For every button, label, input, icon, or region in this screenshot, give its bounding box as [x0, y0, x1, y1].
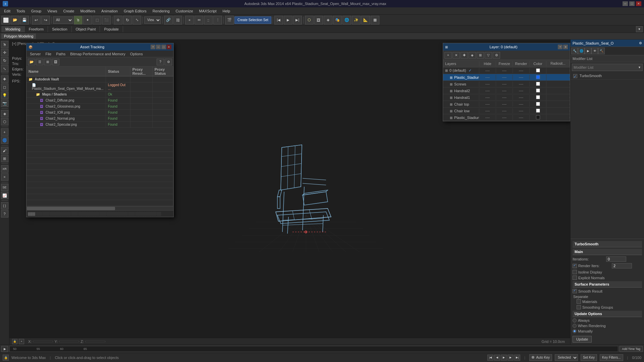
layers-row-handrail2[interactable]: ⊞ Handrail2 ---- ---- ----: [443, 87, 570, 94]
left-scale-btn[interactable]: ⤡: [1, 65, 8, 72]
pb-prev-frame[interactable]: ◀: [494, 355, 500, 361]
menu-animation[interactable]: Animation: [99, 8, 120, 14]
pb-next-frame[interactable]: ▶: [507, 355, 514, 361]
select-region-button[interactable]: ⬚: [93, 16, 101, 24]
render-scene-button[interactable]: 🎭: [333, 16, 342, 24]
pb-prev-key[interactable]: |◀: [487, 355, 493, 361]
panel-tab-display[interactable]: 👁: [591, 48, 598, 54]
layers-delete-btn[interactable]: ✕: [452, 52, 460, 59]
update-button[interactable]: Update: [573, 336, 592, 343]
layers-row-default[interactable]: ⊞ 0 (default) ✓ ---- ---- ----: [443, 67, 570, 74]
layers-row-screws[interactable]: ⊞ Screws ---- ---- ----: [443, 81, 570, 87]
asset-import-btn[interactable]: 📂: [28, 59, 35, 65]
asset-settings-btn[interactable]: ⚙: [165, 59, 172, 65]
table-row[interactable]: 📄 Plastic_Stadium_Seat_Open_Wall_Mount_m…: [26, 82, 173, 92]
asset-help-icon[interactable]: ?: [157, 59, 164, 65]
pb-play[interactable]: ▶: [501, 355, 507, 361]
menu-customize[interactable]: Customize: [173, 8, 196, 14]
coord-dropdown[interactable]: View: [144, 16, 161, 24]
asset-grid-btn[interactable]: ⊞: [44, 59, 51, 65]
left-move-btn[interactable]: ✛: [1, 49, 8, 56]
array-button[interactable]: ::: [204, 16, 213, 24]
asset-horizontal-scrollbar[interactable]: [26, 206, 173, 210]
panel-tab-motion[interactable]: ▶: [585, 48, 591, 54]
menu-help[interactable]: Help: [220, 8, 233, 14]
layers-row-chair-top[interactable]: ⊞ Chair top ---- ---- ----: [443, 101, 570, 108]
tab-options-button[interactable]: ▼: [636, 26, 643, 32]
smoothing-groups-checkbox[interactable]: [577, 305, 581, 309]
asset-thumb-btn[interactable]: 🖼: [52, 59, 59, 65]
align-button[interactable]: ⋮: [213, 16, 222, 24]
modifier-turboosmooth[interactable]: ✓ TurboSmooth: [571, 72, 644, 80]
play-button[interactable]: ▶: [284, 16, 292, 24]
tab-selection[interactable]: Selection: [48, 26, 71, 32]
tab-populate[interactable]: Populate: [100, 26, 123, 32]
environment-button[interactable]: 🌐: [342, 16, 351, 24]
table-row[interactable]: 🖼 Chair2_Glossiness.png Found: [26, 104, 173, 110]
left-xref-btn[interactable]: XR: [1, 165, 8, 173]
asset-menu-file[interactable]: File: [43, 52, 53, 56]
when-rendering-radio[interactable]: [573, 324, 577, 328]
batch-render-button[interactable]: ▦: [371, 16, 379, 24]
timeline-expand-btn[interactable]: ▶: [1, 346, 8, 352]
materials-checkbox[interactable]: [577, 299, 581, 304]
menu-graph-editors[interactable]: Graph Editors: [121, 8, 149, 14]
isoline-checkbox[interactable]: [573, 270, 577, 274]
render-iters-input[interactable]: [612, 263, 632, 268]
layers-new-btn[interactable]: +: [444, 52, 452, 59]
table-row[interactable]: 🖼 Chair2_Specular.png Found: [26, 122, 173, 128]
left-snap-btn[interactable]: ⊞: [1, 155, 8, 162]
left-scene-explorer-btn[interactable]: SE: [1, 184, 8, 191]
asset-menu-paths[interactable]: Paths: [54, 52, 67, 56]
create-selection-set-button[interactable]: Create Selection Set: [234, 16, 271, 24]
table-row[interactable]: 📁 Autodesk Vault: [26, 76, 173, 82]
filter-dropdown[interactable]: All: [53, 16, 73, 24]
set-key-btn[interactable]: Set Key: [581, 354, 597, 361]
render-window-button[interactable]: 🖼: [314, 16, 323, 24]
minimize-button[interactable]: ─: [623, 1, 628, 6]
viewport[interactable]: [+] [Perspective] [Shaded] Total Polys: …: [9, 40, 570, 338]
unlink-button[interactable]: ⛓: [173, 16, 182, 24]
asset-menu-server[interactable]: Server: [28, 52, 43, 56]
timeline-area[interactable]: 50 55 60 65: [9, 346, 618, 352]
layer-button[interactable]: ≡: [185, 16, 194, 24]
left-paint-btn[interactable]: 🖌: [1, 147, 8, 154]
layers-expand-btn[interactable]: ▽: [485, 52, 492, 59]
asset-close-button[interactable]: ✕: [167, 45, 171, 49]
lock-btn[interactable]: 🔒: [3, 355, 9, 361]
table-row[interactable]: 🖼 Chair2_Normal.png Found: [26, 116, 173, 122]
col-proxy-status[interactable]: Proxy Status: [152, 67, 173, 76]
left-shapes-btn[interactable]: ◻: [1, 83, 8, 91]
menu-rendering[interactable]: Rendering: [150, 8, 172, 14]
tab-object-paint[interactable]: Object Paint: [72, 26, 100, 32]
col-status[interactable]: Status: [106, 67, 130, 76]
menu-modifiers[interactable]: Modifiers: [77, 8, 98, 14]
asset-menu-options[interactable]: Options: [128, 52, 145, 56]
selected-dropdown[interactable]: Selected: [555, 354, 578, 361]
left-create-btn[interactable]: ✚: [1, 75, 8, 83]
layers-row-chair-low[interactable]: ⊞ Chair low ---- ---- ----: [443, 108, 570, 114]
left-modifier-btn[interactable]: ⬡: [1, 118, 8, 125]
link-button[interactable]: 🔗: [164, 16, 173, 24]
redo-button[interactable]: ↪: [41, 16, 50, 24]
modifier-checkbox[interactable]: ✓: [573, 74, 577, 78]
left-help-btn[interactable]: ?: [1, 210, 8, 218]
asset-scroll-thumb[interactable]: [27, 207, 115, 210]
layers-row-handrail1[interactable]: ⊞ Handrail1 ---- ---- ----: [443, 94, 570, 101]
layers-merge-btn[interactable]: ⊞: [477, 52, 484, 59]
coord-z-value[interactable]: [85, 341, 105, 342]
table-row[interactable]: 📁 Maps / Shaders Ok: [26, 92, 173, 98]
explicit-normals-checkbox[interactable]: [573, 276, 577, 280]
render-to-texture-button[interactable]: 📐: [361, 16, 370, 24]
menu-group[interactable]: Group: [29, 8, 44, 14]
tab-modeling[interactable]: Modeling: [1, 26, 25, 32]
coord-y-value[interactable]: [59, 341, 79, 342]
asset-restore-button[interactable]: □: [161, 45, 166, 49]
layers-sel-layer-btn[interactable]: ◈: [469, 52, 476, 59]
next-frame-button[interactable]: ▶|: [293, 16, 302, 24]
new-button[interactable]: ⬜: [1, 16, 10, 24]
left-spacewarps-btn[interactable]: 🌀: [1, 136, 8, 144]
left-scripting-btn[interactable]: { }: [1, 202, 8, 209]
maximize-button[interactable]: □: [629, 1, 635, 6]
panel-tab-modify[interactable]: 🔧: [571, 48, 578, 54]
